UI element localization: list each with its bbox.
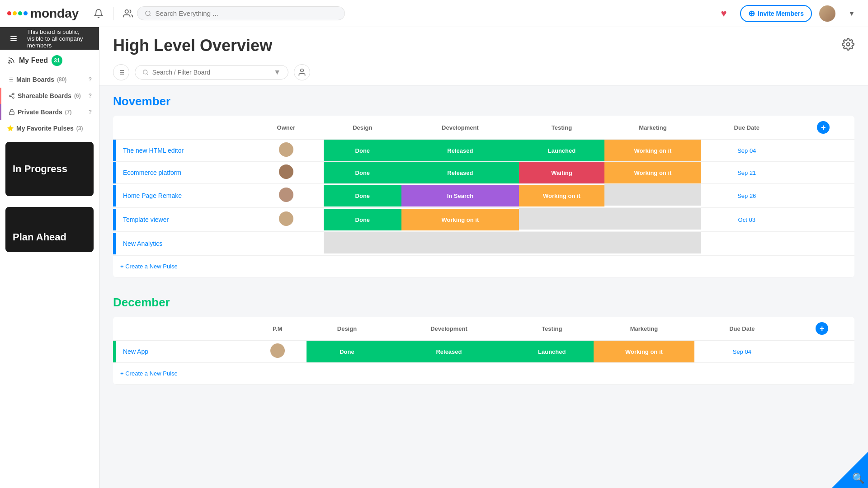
view-toggle-button[interactable]: [113, 64, 129, 80]
design-cell[interactable]: [324, 232, 401, 256]
due-date-cell[interactable]: Sep 21: [701, 162, 793, 184]
testing-cell[interactable]: Launched: [519, 140, 604, 162]
marketing-cell[interactable]: [604, 208, 701, 232]
design-status[interactable]: Done: [307, 341, 388, 362]
due-date-cell[interactable]: Sep 04: [694, 341, 790, 363]
invite-button[interactable]: ⊕ Invite Members: [740, 5, 812, 22]
development-status[interactable]: [401, 232, 519, 253]
main-boards-help[interactable]: ?: [89, 76, 92, 83]
design-cell[interactable]: Done: [324, 162, 401, 184]
user-avatar[interactable]: [819, 5, 835, 22]
private-boards-help[interactable]: ?: [89, 109, 92, 115]
design-cell[interactable]: Done: [307, 341, 388, 363]
feed-badge: 31: [52, 55, 62, 66]
item-name[interactable]: The new HTML editor: [116, 140, 249, 161]
marketing-cell[interactable]: Working on it: [604, 162, 701, 184]
testing-cell[interactable]: Working on it: [519, 184, 604, 208]
marketing-cell[interactable]: [604, 232, 701, 256]
marketing-cell[interactable]: Working on it: [604, 140, 701, 162]
filter-bar[interactable]: ▼: [135, 65, 288, 80]
marketing-status[interactable]: [604, 232, 701, 253]
item-name[interactable]: New App: [116, 341, 249, 362]
testing-status[interactable]: [519, 208, 604, 230]
sidebar-feed[interactable]: My Feed 31: [0, 50, 99, 71]
due-date-cell[interactable]: Sep 26: [701, 184, 793, 208]
design-status[interactable]: Done: [324, 209, 401, 230]
person-filter-button[interactable]: [294, 64, 310, 80]
due-date-cell[interactable]: [701, 232, 793, 256]
item-name[interactable]: New Analytics: [116, 233, 249, 254]
design-cell[interactable]: Done: [324, 140, 401, 162]
shareable-boards-help[interactable]: ?: [89, 93, 92, 99]
testing-status[interactable]: Launched: [519, 140, 604, 161]
development-status[interactable]: Released: [401, 162, 519, 183]
marketing-status[interactable]: [604, 184, 701, 206]
development-status[interactable]: In Search: [401, 185, 519, 206]
design-cell[interactable]: Done: [324, 184, 401, 208]
sidebar-private-boards[interactable]: Private Boards (7) ?: [0, 104, 99, 120]
main-boards-count: (80): [57, 76, 66, 83]
item-name[interactable]: Template viewer: [116, 209, 249, 230]
development-status[interactable]: Working on it: [401, 209, 519, 230]
item-name[interactable]: Ecommerce platform: [116, 162, 249, 183]
sidebar-plan-ahead-banner[interactable]: Plan Ahead: [5, 207, 94, 252]
create-pulse-label[interactable]: + Create a New Pulse: [113, 363, 854, 385]
create-pulse-label[interactable]: + Create a New Pulse: [113, 256, 854, 277]
marketing-status[interactable]: Working on it: [604, 140, 701, 161]
design-cell[interactable]: Done: [324, 208, 401, 232]
testing-status[interactable]: Waiting: [519, 162, 604, 183]
development-cell[interactable]: Released: [387, 341, 510, 363]
testing-status[interactable]: [519, 232, 604, 253]
marketing-cell[interactable]: Working on it: [594, 341, 694, 363]
marketing-status[interactable]: Working on it: [594, 341, 694, 362]
development-cell[interactable]: In Search: [401, 184, 519, 208]
due-date-cell[interactable]: Sep 04: [701, 140, 793, 162]
testing-cell[interactable]: Launched: [510, 341, 594, 363]
sidebar-in-progress-banner[interactable]: In Progress: [5, 142, 94, 196]
board-settings-button[interactable]: [842, 38, 854, 53]
design-status[interactable]: Done: [324, 140, 401, 161]
marketing-status[interactable]: Working on it: [604, 162, 701, 183]
sidebar-favorite-pulses[interactable]: My Favorite Pulses (3): [0, 120, 99, 136]
development-status[interactable]: Released: [401, 140, 519, 161]
testing-status[interactable]: Working on it: [519, 185, 604, 206]
search-bar[interactable]: [137, 6, 345, 20]
december-pm-col-header: P.M: [249, 317, 307, 341]
hamburger-button[interactable]: [4, 28, 24, 48]
design-status[interactable]: Done: [324, 162, 401, 183]
development-cell[interactable]: Released: [401, 162, 519, 184]
filter-input[interactable]: [152, 69, 270, 76]
november-add-col[interactable]: +: [793, 116, 854, 140]
item-name[interactable]: Home Page Remake: [116, 185, 249, 206]
due-date-cell[interactable]: Oct 03: [701, 208, 793, 232]
search-input[interactable]: [155, 9, 337, 17]
add-column-nov-button[interactable]: +: [817, 121, 830, 134]
design-status[interactable]: Done: [324, 185, 401, 206]
board-toolbar: ▼: [99, 60, 868, 85]
add-column-dec-button[interactable]: +: [816, 322, 828, 335]
december-add-col[interactable]: +: [790, 317, 854, 341]
marketing-cell[interactable]: [604, 184, 701, 208]
december-duedate-col-header: Due Date: [694, 317, 790, 341]
development-cell[interactable]: [401, 232, 519, 256]
user-menu-button[interactable]: ▼: [843, 5, 861, 23]
development-cell[interactable]: Working on it: [401, 208, 519, 232]
testing-status[interactable]: Launched: [510, 341, 594, 362]
development-status[interactable]: Released: [387, 341, 510, 362]
sidebar-shareable-boards[interactable]: Shareable Boards (6) ?: [0, 88, 99, 104]
create-pulse-row[interactable]: + Create a New Pulse: [113, 256, 854, 277]
november-marketing-col-header: Marketing: [604, 116, 701, 140]
team-button[interactable]: [119, 5, 137, 23]
development-cell[interactable]: Released: [401, 140, 519, 162]
create-pulse-row[interactable]: + Create a New Pulse: [113, 363, 854, 385]
filter-dropdown-icon[interactable]: ▼: [274, 68, 281, 76]
testing-cell[interactable]: Waiting: [519, 162, 604, 184]
notification-button[interactable]: [90, 5, 108, 23]
sidebar-main-boards[interactable]: Main Boards (80) ?: [0, 71, 99, 88]
marketing-status[interactable]: [604, 208, 701, 230]
testing-cell[interactable]: [519, 208, 604, 232]
december-design-col-header: Design: [307, 317, 388, 341]
favorite-button[interactable]: ♥: [715, 5, 733, 23]
design-status[interactable]: [324, 232, 401, 253]
testing-cell[interactable]: [519, 232, 604, 256]
